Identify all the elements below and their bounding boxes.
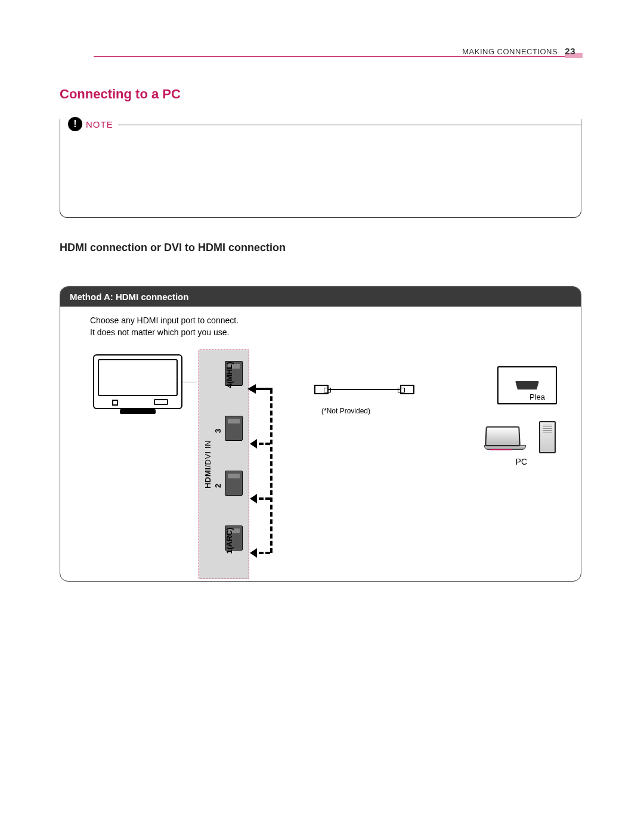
page-title: Connecting to a PC — [60, 86, 181, 102]
method-header: Method A: HDMI connection — [60, 287, 581, 307]
hdmi-output-box-icon — [497, 366, 557, 404]
laptop-icon — [484, 426, 526, 452]
pc-label: PC — [516, 457, 527, 466]
cable-note: (*Not Provided) — [321, 407, 370, 415]
cable-line — [329, 389, 400, 390]
panel-label-main: HDMI — [203, 468, 212, 489]
hdmi-port-2-icon — [225, 471, 243, 496]
port-4-label: 4(MHL) — [225, 361, 234, 388]
port-2-label: 2 — [213, 484, 222, 488]
laptop-screen — [485, 426, 521, 446]
exclamation-icon: ! — [68, 117, 82, 131]
method-a-panel: Method A: HDMI connection Choose any HDM… — [60, 286, 581, 582]
hdmi-plug-right-icon — [400, 385, 414, 394]
note-label: NOTE — [86, 119, 113, 129]
tv-port-icon — [112, 400, 118, 406]
hdmi-plug-left-icon — [314, 385, 329, 394]
instruction-line-2: It does not matter which port you use. — [90, 327, 569, 339]
pc-devices-icon — [484, 421, 556, 457]
subheading: HDMI connection or DVI to HDMI connectio… — [60, 242, 286, 254]
arrow-solid-icon — [250, 388, 273, 390]
hdmi-port-panel: HDMI/DVI IN 4(MHL) 3 2 1(ARC) — [199, 350, 249, 579]
dashed-arrow-3-icon — [252, 443, 270, 445]
running-header: MAKING CONNECTIONS 23 — [462, 46, 575, 56]
page-number: 23 — [565, 46, 575, 56]
header-divider — [94, 56, 583, 57]
dashed-vertical-line — [270, 389, 273, 553]
tv-icon — [93, 354, 182, 409]
dashed-arrow-1-icon — [252, 552, 270, 554]
instruction-line-1: Choose any HDMI input port to connect. — [90, 315, 569, 327]
port-3-label: 3 — [213, 429, 222, 433]
right-box-label: Plea — [530, 392, 545, 401]
dashed-arrow-2-icon — [252, 497, 270, 500]
note-legend: ! NOTE — [68, 117, 118, 131]
tv-slot-icon — [154, 399, 168, 405]
hdmi-out-slot-icon — [515, 381, 539, 390]
section-name: MAKING CONNECTIONS — [462, 47, 558, 56]
method-body: Choose any HDMI input port to connect. I… — [60, 307, 581, 580]
hdmi-port-3-icon — [225, 416, 243, 441]
panel-vertical-label: HDMI/DVI IN — [202, 350, 213, 579]
port-1-label: 1(ARC) — [225, 527, 234, 554]
tv-screen — [98, 359, 178, 396]
desktop-tower-icon — [539, 421, 556, 453]
panel-label-sub: /DVI IN — [203, 440, 212, 467]
callout-line — [182, 382, 197, 382]
note-box — [60, 119, 581, 218]
hdmi-cable-icon — [317, 383, 412, 396]
